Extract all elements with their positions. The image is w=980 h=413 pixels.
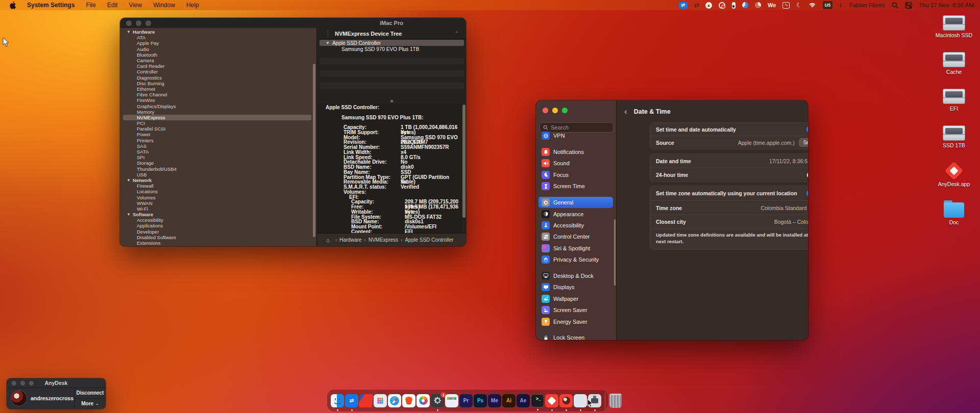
sidebar-item-sas[interactable]: SAS xyxy=(123,143,311,149)
menu-clock[interactable]: Thu 17 Nov 8:36 AM xyxy=(919,2,974,8)
desktop-icon-efi[interactable]: EFI xyxy=(932,89,976,112)
dock-icon-finder[interactable] xyxy=(331,394,344,407)
sysinfo-sidebar-section-network[interactable]: ▼Network xyxy=(123,177,311,183)
sidebar-item-siri-spotlight[interactable]: Siri & Spotlight xyxy=(538,243,613,254)
dock-icon-illustrator[interactable]: Ai xyxy=(502,394,516,407)
sysinfo-sidebar-section-software[interactable]: ▼Software xyxy=(123,212,311,217)
sidebar-item-fibre-channel[interactable]: Fibre Channel xyxy=(123,92,311,97)
sidebar-item-appearance[interactable]: Appearance xyxy=(538,208,613,219)
we-icon[interactable]: We xyxy=(768,1,776,9)
sysinfo-window-controls[interactable] xyxy=(126,20,151,26)
control-center-icon[interactable] xyxy=(905,1,912,9)
sidebar-item-extensions[interactable]: Extensions xyxy=(123,240,311,246)
details-scrollbar[interactable] xyxy=(462,105,465,218)
sidebar-item-vpn[interactable]: VPN xyxy=(538,130,613,141)
sidebar-item-volumes[interactable]: Volumes xyxy=(123,194,311,200)
sidebar-item-graphics-displays[interactable]: Graphics/Displays xyxy=(123,103,311,109)
sidebar-item-usb[interactable]: USB xyxy=(123,172,311,177)
sidebar-item-general[interactable]: General xyxy=(538,197,613,208)
sidebar-item-notifications[interactable]: Notifications xyxy=(538,146,613,158)
dock-icon-terminal[interactable]: >_ xyxy=(531,394,544,407)
user-menu[interactable]: Fabian Florez xyxy=(849,2,885,8)
toggle-on[interactable] xyxy=(806,125,808,133)
toggle-off[interactable] xyxy=(806,171,808,179)
sidebar-scrollbar[interactable] xyxy=(313,64,315,237)
breadcrumb-item[interactable]: NVMExpress xyxy=(369,237,398,243)
apple-menu-icon[interactable] xyxy=(9,2,16,9)
sidebar-item-accessibility[interactable]: Accessibility xyxy=(538,220,613,231)
sidebar-item-wallpaper[interactable]: Wallpaper xyxy=(538,293,613,304)
sidebar-item-thunderbolt-usb4[interactable]: Thunderbolt/USB4 xyxy=(123,166,311,172)
home-icon[interactable]: ⌂ xyxy=(326,237,330,243)
pane-splitter[interactable] xyxy=(317,98,466,104)
collapse-chevron-icon[interactable]: ⌃ xyxy=(455,31,459,36)
sidebar-item-fonts[interactable]: Fonts xyxy=(123,246,311,246)
sidebar-item-screen-saver[interactable]: Screen Saver xyxy=(538,304,613,316)
sidebar-item-camera[interactable]: Camera xyxy=(123,58,311,63)
sidebar-item-ethernet[interactable]: Ethernet xyxy=(123,86,311,92)
sidebar-item-printers[interactable]: Printers xyxy=(123,138,311,143)
desktop-icon-ssd-1tb[interactable]: SSD 1TB xyxy=(932,125,976,148)
desktop-icon-cache[interactable]: Cache xyxy=(932,52,976,75)
anydesk-window-controls[interactable] xyxy=(12,381,34,385)
desktop-icon-macintosh-ssd[interactable]: Macintosh SSD xyxy=(932,15,976,38)
sidebar-item-power[interactable]: Power xyxy=(123,132,311,137)
sidebar-item-lock-screen[interactable]: Lock Screen xyxy=(538,332,613,340)
zoom-button[interactable] xyxy=(29,381,34,385)
desktop-icon-doc[interactable]: Doc xyxy=(932,201,976,225)
sidebar-item-spi[interactable]: SPI xyxy=(123,154,311,160)
toggle-on[interactable] xyxy=(806,190,808,197)
dock-icon-safari[interactable] xyxy=(388,394,401,407)
dock-icon-premiere[interactable]: Pr xyxy=(459,394,473,407)
dock-icon-photos[interactable] xyxy=(416,394,430,407)
menu-item-view[interactable]: View xyxy=(129,2,142,9)
zoom-button[interactable] xyxy=(562,108,568,113)
sidebar-item-memory[interactable]: Memory xyxy=(123,109,311,115)
sidebar-item-control-center[interactable]: Control Center xyxy=(538,231,613,242)
sidebar-item-bluetooth[interactable]: Bluetooth xyxy=(123,52,311,58)
dock-icon-blank-app[interactable] xyxy=(574,394,587,407)
menu-item-help[interactable]: Help xyxy=(186,2,199,9)
sidebar-item-audio[interactable]: Audio xyxy=(123,46,311,52)
dock-icon-anydesk[interactable] xyxy=(545,394,558,407)
sidebar-item-apple-pay[interactable]: Apple Pay xyxy=(123,40,311,46)
sidebar-item-sata[interactable]: SATA xyxy=(123,149,311,154)
dock-icon-launchpad[interactable] xyxy=(374,394,387,407)
sidebar-item-wwan[interactable]: WWAN xyxy=(123,200,311,206)
keyboard-switch-icon[interactable]: ⇄ xyxy=(694,1,699,9)
breadcrumb-item[interactable]: Hardware xyxy=(339,237,361,243)
input-source-badge[interactable]: US xyxy=(823,1,832,9)
breadcrumb-item[interactable]: Apple SSD Controller xyxy=(405,237,453,243)
spotlight-icon[interactable] xyxy=(892,1,898,9)
sidebar-item-firewall[interactable]: Firewall xyxy=(123,183,311,189)
sysinfo-titlebar[interactable]: iMac Pro xyxy=(120,18,466,28)
minimize-button[interactable] xyxy=(552,108,558,113)
sidebar-item-developer[interactable]: Developer xyxy=(123,229,311,235)
more-button[interactable]: More⌄ xyxy=(75,398,106,409)
sidebar-item-sound[interactable]: Sound xyxy=(538,158,613,169)
sidebar-item-disc-burning[interactable]: Disc Burning xyxy=(123,81,311,86)
close-button[interactable] xyxy=(543,108,548,113)
spiral-icon[interactable] xyxy=(719,1,725,9)
sidebar-item-storage[interactable]: Storage xyxy=(123,160,311,166)
sidebar-item-card-reader[interactable]: Card Reader xyxy=(123,63,311,69)
sysinfo-sidebar-section-hardware[interactable]: ▼Hardware xyxy=(123,29,311,35)
menu-item-window[interactable]: Window xyxy=(153,2,175,9)
teamviewer-icon[interactable]: ⇄ xyxy=(679,1,688,9)
sidebar-item-pci[interactable]: PCI xyxy=(123,120,311,126)
wifi-icon[interactable] xyxy=(808,1,816,9)
dock-icon-system-settings[interactable]: 1 xyxy=(431,394,444,407)
sidebar-item-applications[interactable]: Applications xyxy=(123,223,311,228)
sidebar-item-diagnostics[interactable]: Diagnostics xyxy=(123,75,311,81)
sidebar-item-wi-fi[interactable]: Wi-Fi xyxy=(123,206,311,212)
sidebar-item-disabled-software[interactable]: Disabled Software xyxy=(123,235,311,240)
zoom-button[interactable] xyxy=(145,20,151,26)
sidebar-item-firewire[interactable]: FireWire xyxy=(123,97,311,103)
sidebar-item-energy-saver[interactable]: Energy Saver xyxy=(538,316,613,327)
sidebar-item-nvmexpress[interactable]: NVMExpress xyxy=(123,115,311,120)
disconnect-button[interactable]: Disconnect xyxy=(75,388,106,398)
dock-icon-brave[interactable] xyxy=(402,394,415,407)
chevron-down-icon[interactable]: ▼ xyxy=(326,41,330,45)
dock-icon-after-effects[interactable]: Ae xyxy=(517,394,530,407)
dock-icon-anydesk-session[interactable] xyxy=(559,394,573,407)
